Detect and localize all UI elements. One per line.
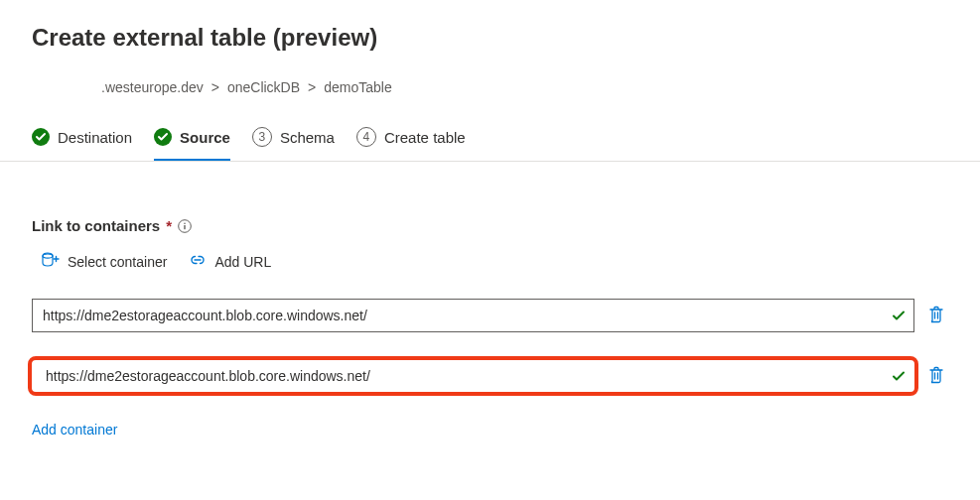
step-number-badge: 3 <box>252 127 272 147</box>
svg-point-3 <box>184 222 186 224</box>
step-create-table[interactable]: 4 Create table <box>356 127 466 147</box>
chevron-right-icon: > <box>211 79 219 95</box>
delete-container-button[interactable] <box>924 302 948 330</box>
page-title: Create external table (preview) <box>32 24 948 52</box>
container-url-input[interactable] <box>36 362 910 390</box>
step-number-badge: 4 <box>356 127 376 147</box>
add-container-link[interactable]: Add container <box>32 422 117 438</box>
stepper: Destination Source 3 Schema 4 Create tab… <box>0 127 980 162</box>
container-url-row <box>32 299 948 332</box>
link-icon <box>189 253 207 270</box>
select-container-label: Select container <box>68 254 167 270</box>
breadcrumb: .westeurope.dev > oneClickDB > demoTable <box>101 79 948 95</box>
check-circle-icon <box>154 128 172 146</box>
container-url-row <box>32 356 948 396</box>
form-section: Link to containers * Select container Ad… <box>32 217 948 438</box>
info-icon[interactable] <box>178 219 192 233</box>
section-label: Link to containers * <box>32 217 948 234</box>
container-icon <box>42 252 60 271</box>
breadcrumb-item[interactable]: demoTable <box>324 79 392 95</box>
delete-container-button[interactable] <box>924 362 948 391</box>
step-label: Destination <box>58 129 132 146</box>
step-label: Create table <box>384 129 466 146</box>
step-label: Source <box>180 129 230 146</box>
container-actions: Select container Add URL <box>40 248 948 275</box>
url-input-wrap-highlighted <box>28 356 918 396</box>
step-schema[interactable]: 3 Schema <box>252 127 335 147</box>
trash-icon <box>928 306 944 326</box>
breadcrumb-item[interactable]: .westeurope.dev <box>101 79 204 95</box>
step-destination[interactable]: Destination <box>32 128 132 146</box>
svg-point-5 <box>43 254 53 258</box>
container-url-input[interactable] <box>32 299 914 332</box>
check-icon <box>891 368 907 384</box>
step-source[interactable]: Source <box>154 128 230 146</box>
add-url-button[interactable]: Add URL <box>187 248 273 275</box>
select-container-button[interactable]: Select container <box>40 248 169 275</box>
step-label: Schema <box>280 129 335 146</box>
trash-icon <box>928 366 944 387</box>
breadcrumb-item[interactable]: oneClickDB <box>227 79 300 95</box>
add-url-label: Add URL <box>214 254 271 270</box>
required-indicator: * <box>166 217 172 234</box>
chevron-right-icon: > <box>308 79 316 95</box>
check-icon <box>891 308 907 323</box>
check-circle-icon <box>32 128 50 146</box>
url-input-wrap <box>32 299 914 332</box>
section-label-text: Link to containers <box>32 217 160 234</box>
svg-rect-4 <box>184 225 185 229</box>
